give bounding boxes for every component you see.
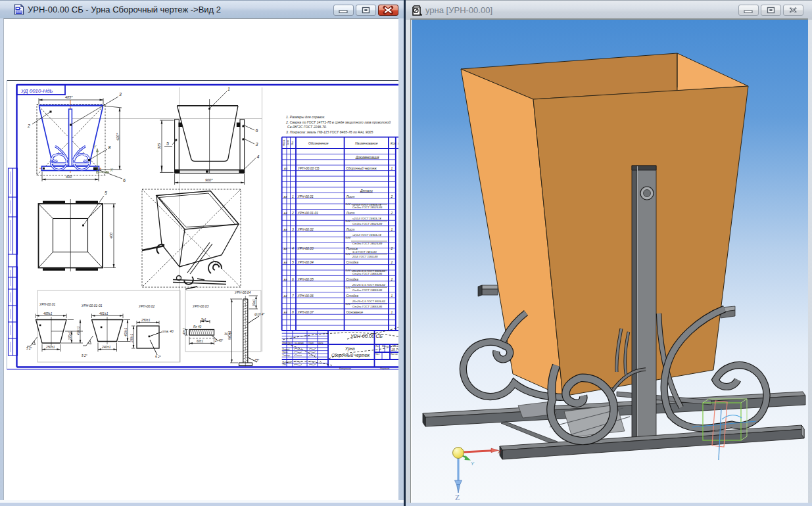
svg-text:Y: Y bbox=[93, 145, 97, 149]
svg-text:Разраб.: Разраб. bbox=[283, 348, 291, 351]
svg-text:240±1: 240±1 bbox=[101, 346, 111, 349]
svg-text:4: 4 bbox=[257, 154, 260, 159]
svg-text:5: 5 bbox=[166, 141, 169, 146]
svg-text:250±1: 250±1 bbox=[141, 319, 151, 322]
svg-text:Лит.: Лит. bbox=[375, 345, 379, 348]
svg-text:отв. 40: отв. 40 bbox=[162, 330, 174, 333]
svg-text:УРН-00.01: УРН-00.01 bbox=[39, 302, 56, 306]
svg-text:КгМ: КгМ bbox=[346, 219, 351, 223]
svg-text:60±1: 60±1 bbox=[197, 340, 204, 343]
svg-text:420*: 420* bbox=[116, 133, 120, 141]
svg-text:25×25×1,5 ГОСТ 8639-82: 25×25×1,5 ГОСТ 8639-82 bbox=[352, 300, 385, 303]
svg-text:Формат: Формат bbox=[380, 367, 389, 370]
svg-text:3: 3 bbox=[256, 142, 258, 147]
svg-text:УРН-00.04: УРН-00.04 bbox=[298, 260, 314, 264]
svg-text:Поз.: Поз. bbox=[291, 141, 294, 145]
svg-text:Стойка: Стойка bbox=[346, 294, 359, 298]
svg-text:№ докум.: № докум. bbox=[295, 342, 304, 344]
svg-text:2: 2 bbox=[291, 211, 294, 215]
svg-text:А4: А4 bbox=[283, 212, 288, 215]
svg-text:40±1: 40±1 bbox=[183, 328, 186, 335]
svg-text:Пров.: Пров. bbox=[283, 351, 289, 354]
svg-text:15,74: 15,74 bbox=[391, 348, 398, 352]
svg-text:Форм.: Форм. bbox=[283, 139, 285, 146]
svg-text:270±1: 270±1 bbox=[68, 331, 72, 341]
svg-text:Z: Z bbox=[455, 493, 460, 502]
svg-text:Лист: Лист bbox=[346, 195, 355, 198]
svg-text:1: 1 bbox=[391, 294, 393, 298]
svg-text:5 2°: 5 2° bbox=[82, 354, 87, 357]
svg-text:9×9 ГОСТ 7419-80: 9×9 ГОСТ 7419-80 bbox=[352, 250, 377, 254]
svg-text:УРН-00.07: УРН-00.07 bbox=[298, 310, 314, 314]
svg-text:Документация: Документация bbox=[355, 155, 379, 159]
svg-text:75°: 75° bbox=[254, 359, 259, 362]
svg-text:400: 400 bbox=[66, 175, 72, 179]
svg-text:Т.контр.: Т.контр. bbox=[283, 354, 291, 357]
svg-text:А4: А4 bbox=[283, 278, 288, 281]
svg-text:Стойка: Стойка bbox=[346, 277, 359, 281]
svg-text:3: 3 bbox=[292, 227, 294, 231]
svg-text:А4: А4 bbox=[283, 195, 288, 198]
svg-text:УРН-00.00 СБ: УРН-00.00 СБ bbox=[298, 166, 320, 170]
svg-text:1: 1 bbox=[391, 310, 393, 314]
svg-text:Копировал: Копировал bbox=[339, 367, 351, 370]
svg-text:УРН-00.02: УРН-00.02 bbox=[298, 227, 314, 231]
svg-text:4: 4 bbox=[292, 246, 294, 250]
svg-text:485*: 485* bbox=[65, 95, 73, 99]
svg-text:250±1: 250±1 bbox=[130, 333, 133, 343]
svg-text:УРН-00.03: УРН-00.03 bbox=[298, 246, 314, 250]
svg-text:Лист: Лист bbox=[346, 211, 355, 215]
svg-text:Обозначение: Обозначение bbox=[308, 141, 329, 145]
svg-text:2: 2 bbox=[391, 195, 393, 198]
svg-text:Изм: Изм bbox=[283, 342, 287, 344]
svg-text:5: 5 bbox=[105, 191, 107, 195]
svg-text:Rz 40: Rz 40 bbox=[193, 325, 201, 329]
svg-text:Листов: Листов bbox=[391, 353, 398, 356]
svg-text:2: 2 bbox=[391, 260, 393, 264]
svg-text:Ст2пс ГОСТ 13663-86: Ст2пс ГОСТ 13663-86 bbox=[352, 272, 383, 275]
svg-text:А4: А4 bbox=[283, 261, 288, 264]
svg-text:Ст3пс ГОСТ 16523-89: Ст3пс ГОСТ 16523-89 bbox=[352, 206, 383, 209]
svg-text:6: 6 bbox=[292, 277, 294, 281]
svg-text:400: 400 bbox=[109, 232, 113, 239]
svg-text:А4: А4 bbox=[283, 311, 288, 314]
svg-text:X: X bbox=[110, 168, 114, 172]
svg-text:900*: 900* bbox=[205, 178, 213, 182]
svg-text:465±1: 465±1 bbox=[43, 312, 53, 315]
svg-text:КгМ: КгМ bbox=[346, 269, 351, 272]
svg-text:Подп.: Подп. bbox=[308, 342, 314, 344]
svg-text:УРН-00.05: УРН-00.05 bbox=[298, 277, 314, 281]
svg-text:УРН-00.04: УРН-00.04 bbox=[235, 290, 251, 294]
svg-text:325: 325 bbox=[157, 143, 161, 149]
svg-text:30а1: 30а1 bbox=[252, 299, 256, 306]
svg-text:1: 1 bbox=[292, 195, 294, 198]
svg-text:3. Покраска: эмаль ПФ-115 ГОСТ: 3. Покраска: эмаль ПФ-115 ГОСТ 6465-76 п… bbox=[286, 130, 373, 134]
svg-text:Ст3пс ГОСТ 16523-89: Ст3пс ГОСТ 16523-89 bbox=[352, 222, 383, 225]
svg-text:1: 1 bbox=[227, 87, 230, 91]
svg-text:5а1: 5а1 bbox=[201, 318, 206, 321]
svg-text:461±1: 461±1 bbox=[99, 312, 108, 315]
svg-text:250±1: 250±1 bbox=[45, 346, 55, 349]
svg-text:Лист: Лист bbox=[375, 353, 381, 356]
svg-text:8: 8 bbox=[108, 145, 111, 150]
svg-text:20-Б ГОСТ 1050-88: 20-Б ГОСТ 1050-88 bbox=[352, 255, 378, 258]
svg-text:2: 2 bbox=[391, 211, 393, 215]
svg-text:Наименование: Наименование bbox=[355, 141, 378, 145]
svg-text:П: П bbox=[398, 142, 398, 145]
svg-text:Сборочный чертеж: Сборочный чертеж bbox=[331, 353, 370, 358]
svg-text:Основание: Основание bbox=[346, 310, 364, 314]
svg-text:Лист: Лист bbox=[346, 227, 355, 231]
svg-text:5: 5 bbox=[292, 260, 294, 264]
svg-text:А4: А4 bbox=[283, 228, 288, 231]
svg-text:6: 6 bbox=[256, 128, 258, 133]
svg-text:X: X bbox=[497, 449, 502, 455]
svg-text:Лист: Лист bbox=[287, 342, 293, 344]
svg-text:5 2°: 5 2° bbox=[26, 347, 32, 350]
svg-text:Утв.: Утв. bbox=[283, 363, 287, 366]
svg-text:2: 2 bbox=[27, 124, 30, 128]
svg-text:Зона: Зона bbox=[287, 140, 289, 145]
svg-text:960±1: 960±1 bbox=[228, 331, 231, 340]
svg-text:Масштаб: Масштаб bbox=[393, 345, 398, 348]
svg-text:УРН-00.06: УРН-00.06 bbox=[298, 294, 314, 298]
svg-text:s2,0-II ГОСТ 19903-74: s2,0-II ГОСТ 19903-74 bbox=[352, 217, 381, 220]
